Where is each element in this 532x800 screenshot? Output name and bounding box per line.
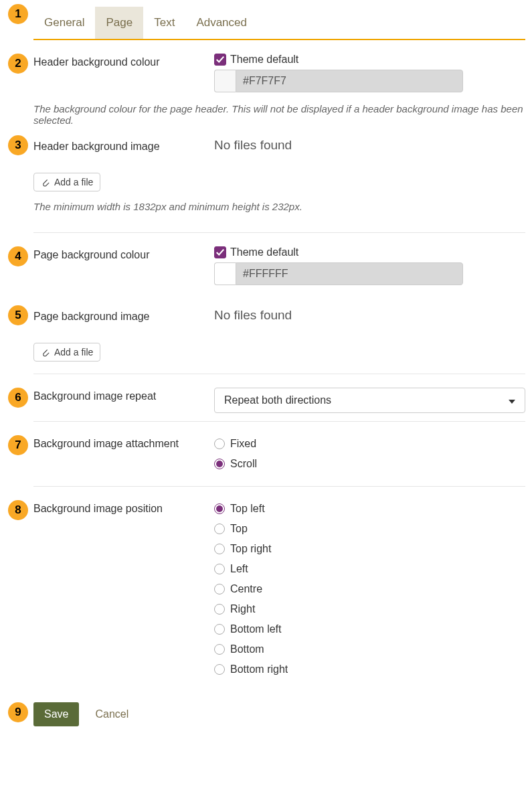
radio-icon	[214, 438, 225, 449]
bg-position-option-bottom[interactable]: Bottom	[214, 643, 525, 655]
bg-repeat-select[interactable]: Repeat both directions	[214, 388, 525, 413]
divider	[33, 232, 525, 233]
add-file-header-button[interactable]: Add a file	[33, 173, 100, 191]
radio-icon	[214, 564, 225, 574]
annotation-marker-8: 8	[8, 500, 28, 520]
tab-bar: General Page Text Advanced	[33, 7, 525, 40]
bg-attachment-option-scroll[interactable]: Scroll	[214, 458, 525, 470]
radio-label: Top left	[230, 503, 265, 515]
header-bg-colour-theme-default-checkbox[interactable]	[214, 54, 226, 66]
annotation-marker-1: 1	[8, 4, 28, 24]
bg-repeat-label: Background image repeat	[33, 388, 214, 402]
tab-page[interactable]: Page	[95, 7, 143, 39]
radio-label: Top	[230, 523, 248, 535]
header-bg-image-status: No files found	[214, 138, 525, 153]
annotation-marker-3: 3	[8, 135, 28, 155]
chevron-down-icon	[509, 394, 515, 406]
radio-icon	[214, 624, 225, 635]
divider	[33, 486, 525, 487]
bg-position-option-top-left[interactable]: Top left	[214, 503, 525, 515]
check-icon	[215, 55, 225, 64]
bg-position-option-bottom-left[interactable]: Bottom left	[214, 623, 525, 635]
add-file-label: Add a file	[54, 347, 93, 357]
divider	[33, 374, 525, 374]
header-bg-image-label: Header background image	[33, 138, 214, 153]
bg-position-option-top-right[interactable]: Top right	[214, 543, 525, 555]
header-bg-colour-swatch[interactable]	[214, 70, 236, 92]
radio-icon	[214, 584, 225, 594]
radio-icon	[214, 459, 225, 469]
header-bg-image-help: The minimum width is 1832px and minimum …	[0, 195, 532, 224]
radio-icon	[214, 544, 225, 554]
radio-label: Bottom	[230, 643, 264, 655]
bg-repeat-selected: Repeat both directions	[224, 394, 331, 406]
annotation-marker-2: 2	[8, 54, 28, 74]
annotation-marker-4: 4	[8, 246, 28, 266]
annotation-marker-7: 7	[8, 435, 28, 455]
radio-label: Left	[230, 563, 248, 575]
page-bg-colour-swatch[interactable]	[214, 262, 236, 285]
theme-default-label: Theme default	[230, 54, 298, 66]
check-icon	[215, 248, 225, 257]
bg-position-label: Background image position	[33, 500, 214, 515]
annotation-marker-6: 6	[8, 388, 28, 408]
paperclip-icon	[41, 177, 50, 187]
radio-icon	[214, 524, 225, 534]
paperclip-icon	[41, 347, 50, 357]
header-bg-colour-input[interactable]	[236, 70, 463, 92]
bg-attachment-option-fixed[interactable]: Fixed	[214, 438, 525, 450]
bg-attachment-label: Background image attachment	[33, 435, 214, 450]
bg-position-option-left[interactable]: Left	[214, 563, 525, 575]
save-button[interactable]: Save	[33, 702, 79, 726]
radio-label: Scroll	[230, 458, 257, 470]
add-file-page-button[interactable]: Add a file	[33, 343, 100, 362]
page-bg-colour-theme-default-checkbox[interactable]	[214, 246, 226, 258]
tab-advanced[interactable]: Advanced	[185, 7, 258, 39]
radio-icon	[214, 644, 225, 655]
add-file-label: Add a file	[54, 177, 93, 187]
divider	[33, 421, 525, 422]
page-bg-image-status: No files found	[214, 308, 525, 323]
radio-label: Bottom right	[230, 663, 288, 675]
page-bg-colour-label: Page background colour	[33, 246, 214, 261]
tab-general[interactable]: General	[33, 7, 95, 39]
bg-position-option-top[interactable]: Top	[214, 523, 525, 535]
annotation-marker-9: 9	[8, 702, 28, 722]
bg-position-option-bottom-right[interactable]: Bottom right	[214, 663, 525, 675]
page-bg-image-label: Page background image	[33, 308, 214, 323]
radio-label: Centre	[230, 583, 262, 595]
radio-label: Bottom left	[230, 623, 281, 635]
header-bg-colour-label: Header background colour	[33, 54, 214, 68]
radio-label: Right	[230, 603, 255, 615]
radio-label: Fixed	[230, 438, 256, 450]
radio-label: Top right	[230, 543, 271, 555]
annotation-marker-5: 5	[8, 305, 28, 325]
bg-position-option-centre[interactable]: Centre	[214, 583, 525, 595]
cancel-button[interactable]: Cancel	[91, 708, 132, 721]
tab-text[interactable]: Text	[143, 7, 185, 39]
bg-position-option-right[interactable]: Right	[214, 603, 525, 615]
page-bg-colour-input[interactable]	[236, 262, 463, 285]
radio-icon	[214, 503, 225, 514]
radio-icon	[214, 664, 225, 675]
theme-default-label: Theme default	[230, 246, 298, 258]
radio-icon	[214, 604, 225, 615]
header-bg-colour-help: The background colour for the page heade…	[0, 98, 532, 138]
